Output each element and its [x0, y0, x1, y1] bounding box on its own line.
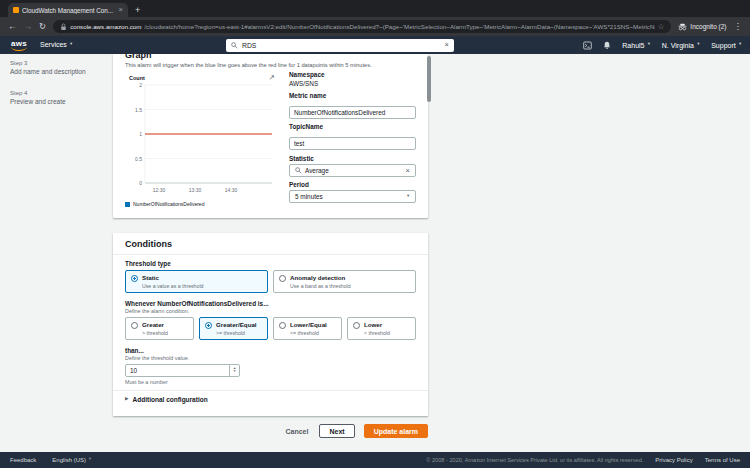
support-menu[interactable]: Support ▼ [711, 42, 742, 49]
svg-text:1.5: 1.5 [135, 107, 142, 113]
browser-tab-bar: CloudWatch Management Con... × + [0, 0, 750, 17]
region-label: N. Virginia [662, 42, 694, 49]
aws-logo[interactable]: aws [11, 39, 27, 51]
additional-configuration-toggle[interactable]: ▶ Additional configuration [125, 396, 416, 403]
cancel-button[interactable]: Cancel [283, 425, 310, 437]
than-label: than... [125, 347, 416, 354]
search-clear-icon[interactable]: × [445, 41, 449, 49]
nav-right-group: Rahul5 ▼ N. Virginia ▼ Support ▼ [583, 36, 742, 54]
radio-icon[interactable] [205, 322, 212, 329]
chevron-down-icon: ▼ [69, 43, 73, 47]
statistic-clear-icon[interactable]: × [406, 166, 410, 175]
notifications-bell-icon[interactable] [603, 41, 611, 50]
svg-text:0: 0 [139, 180, 142, 186]
chart-y-ticks: 2 1.5 1 0.5 0 [135, 82, 142, 186]
statistic-field: Statistic Average × [289, 155, 416, 177]
graph-section-title: Graph [125, 54, 416, 60]
region-menu[interactable]: N. Virginia ▼ [662, 42, 700, 49]
graph-body: ↗ Count 2 1.5 1 0.5 [125, 71, 416, 208]
incognito-label: Incognito (2) [690, 23, 726, 30]
threshold-hint: Must be a number [125, 379, 416, 385]
wizard-step-4[interactable]: Step 4 Preview and create [10, 90, 102, 107]
metric-name-field: Metric name [289, 92, 416, 119]
statistic-value: Average [305, 167, 403, 174]
option-anomaly-detection[interactable]: Anomaly detection Use a band as a thresh… [273, 270, 416, 293]
step-down-icon[interactable]: ▼ [233, 370, 236, 374]
whenever-description: Define the alarm condition. [125, 308, 416, 314]
search-icon [231, 42, 238, 49]
namespace-field: Namespace AWS/SNS [289, 71, 416, 87]
browser-menu-icon[interactable]: ⋮ [734, 22, 743, 31]
wizard-step-nav: Step 3 Add name and description Step 4 P… [10, 60, 102, 107]
option-lower-equal[interactable]: Lower/Equal <= threshold [273, 317, 342, 340]
metric-chart-container: ↗ Count 2 1.5 1 0.5 [125, 71, 277, 208]
metric-name-input[interactable] [289, 106, 416, 119]
address-bar[interactable]: console.aws.amazon.com /cloudwatch/home?… [53, 20, 671, 33]
privacy-policy-link[interactable]: Privacy Policy [655, 457, 692, 463]
threshold-type-label: Threshold type [125, 260, 416, 267]
services-menu[interactable]: Services ▼ [40, 41, 73, 48]
topic-name-input[interactable] [289, 137, 416, 150]
graph-description: This alarm will trigger when the blue li… [125, 62, 416, 68]
language-label: English (US) [52, 457, 86, 463]
radio-icon[interactable] [131, 275, 138, 282]
disclosure-triangle-icon: ▶ [125, 397, 129, 402]
radio-icon[interactable] [279, 275, 286, 282]
svg-text:14:30: 14:30 [225, 187, 238, 193]
topic-name-label: TopicName [289, 123, 416, 130]
language-select[interactable]: English (US) ▼ [52, 457, 91, 463]
chart-gridlines [145, 85, 272, 159]
browser-tab[interactable]: CloudWatch Management Con... × [8, 3, 128, 17]
reload-icon[interactable]: ↻ [39, 22, 46, 31]
statistic-input[interactable]: Average × [289, 164, 416, 177]
metric-chart[interactable]: Count 2 1.5 1 0.5 0 [125, 71, 277, 197]
tab-close-icon[interactable]: × [119, 6, 123, 14]
new-tab-button[interactable]: + [135, 6, 140, 15]
period-select[interactable]: 5 minutes ▼ [289, 190, 416, 203]
whenever-label: Whenever NumberOfNotificationsDelivered … [125, 300, 416, 307]
legend-swatch [125, 202, 130, 207]
option-label: Anomaly detection [290, 274, 351, 282]
than-description: Define the threshold value. [125, 355, 416, 361]
svg-text:12:30: 12:30 [153, 187, 166, 193]
option-label: Lower/Equal [290, 321, 327, 329]
cloudshell-terminal-icon[interactable] [583, 41, 592, 50]
graph-card: Graph This alarm will trigger when the b… [113, 54, 428, 218]
divider [113, 254, 428, 255]
radio-icon[interactable] [353, 322, 360, 329]
support-label: Support [711, 42, 736, 49]
svg-text:1: 1 [139, 131, 142, 137]
wizard-step-3[interactable]: Step 3 Add name and description [10, 60, 102, 77]
radio-icon[interactable] [131, 322, 138, 329]
next-button[interactable]: Next [319, 424, 354, 438]
svg-text:13:30: 13:30 [189, 187, 202, 193]
chevron-down-icon: ▼ [647, 43, 651, 47]
option-greater[interactable]: Greater > threshold [125, 317, 194, 340]
expand-chart-icon[interactable]: ↗ [269, 74, 275, 82]
scrollbar-thumb[interactable] [427, 56, 431, 102]
metric-fields: Namespace AWS/SNS Metric name TopicName … [289, 71, 416, 208]
chevron-down-icon: ▼ [406, 195, 410, 199]
conditions-title: Conditions [125, 239, 416, 249]
svg-text:2: 2 [139, 82, 142, 88]
browser-toolbar: ← → ↻ console.aws.amazon.com /cloudwatch… [0, 17, 750, 36]
option-greater-equal[interactable]: Greater/Equal >= threshold [199, 317, 268, 340]
option-description: Use a band as a threshold [290, 283, 351, 289]
option-static[interactable]: Static Use a value as a threshold [125, 270, 268, 293]
option-label: Greater/Equal [216, 321, 257, 329]
step-number: Step 4 [10, 90, 102, 96]
chart-x-ticks: 12:30 13:30 14:30 [153, 187, 238, 193]
wizard-actions: Cancel Next Update alarm [113, 424, 428, 438]
bookmark-star-icon[interactable]: ☆ [658, 23, 665, 31]
aws-search-input[interactable]: RDS × [226, 39, 454, 52]
terms-of-use-link[interactable]: Terms of Use [705, 457, 740, 463]
threshold-value-input[interactable]: 10 ▲ ▼ [125, 364, 240, 377]
update-alarm-button[interactable]: Update alarm [364, 424, 428, 438]
number-stepper[interactable]: ▲ ▼ [229, 365, 239, 376]
radio-icon[interactable] [279, 322, 286, 329]
back-icon[interactable]: ← [8, 22, 17, 31]
account-menu[interactable]: Rahul5 ▼ [622, 42, 650, 49]
feedback-link[interactable]: Feedback [10, 457, 36, 463]
option-lower[interactable]: Lower < threshold [347, 317, 416, 340]
forward-icon[interactable]: → [24, 22, 33, 31]
